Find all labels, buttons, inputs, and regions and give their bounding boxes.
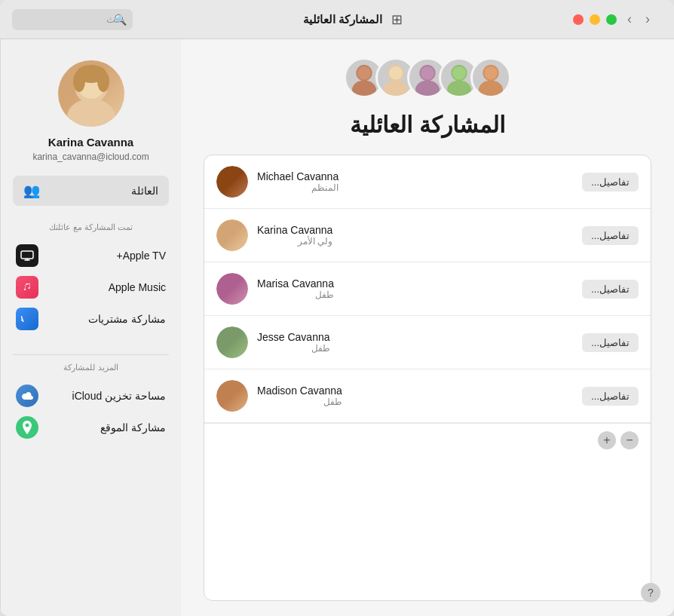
details-button-5[interactable]: تفاصيل... (582, 387, 639, 406)
member-text-2: Karina Cavanna ولي الأمر (257, 224, 332, 247)
family-avatar-group (344, 57, 511, 98)
member-role-2: ولي الأمر (257, 236, 332, 247)
svg-rect-21 (21, 251, 33, 259)
list-item: مشاركة الموقع (13, 412, 169, 443)
table-row: تفاصيل... Michael Cavanna المنظم (204, 155, 651, 209)
member-text-5: Madison Cavanna طفل (257, 385, 342, 407)
avatar-member-5 (470, 57, 511, 98)
close-button[interactable] (573, 14, 584, 25)
member-role-1: المنظم (257, 182, 339, 193)
details-button-2[interactable]: تفاصيل... (582, 226, 639, 245)
appstore-icon: A (16, 308, 38, 330)
help-button[interactable]: ? (641, 583, 660, 602)
member-text-1: Michael Cavanna المنظم (257, 170, 339, 193)
table-row: تفاصيل... Marisa Cavanna طفل (204, 262, 651, 316)
profile-name: Karina Cavanna (48, 136, 133, 149)
list-item: Apple Music (13, 271, 169, 303)
list-item: مشاركة مشتريات A (13, 303, 169, 335)
nav-forward-button[interactable]: › (641, 10, 654, 29)
member-avatar-5 (216, 380, 248, 412)
svg-text:A: A (21, 314, 24, 323)
section-divider (13, 354, 169, 355)
people-icon: 👥 (23, 182, 40, 199)
more-sharing-section: المزيد للمشاركة مساحة تخزين iCloud مشارك… (13, 363, 169, 443)
svg-point-16 (67, 99, 115, 127)
svg-point-20 (97, 71, 109, 92)
page-title: المشاركة العائلية (350, 112, 504, 138)
titlebar-center: ⊞ المشاركة العائلية (303, 11, 403, 28)
more-name-location: مشاركة الموقع (100, 421, 166, 434)
profile-avatar (58, 60, 124, 127)
more-name-icloud: مساحة تخزين iCloud (72, 390, 166, 402)
minimize-button[interactable] (590, 14, 600, 25)
grid-icon[interactable]: ⊞ (391, 11, 403, 28)
svg-point-10 (447, 81, 471, 96)
shared-section-label: تمت المشاركة مع عائلتك (13, 222, 169, 232)
svg-point-13 (479, 81, 503, 96)
member-role-3: طفل (257, 290, 334, 300)
table-row: تفاصيل... Jesse Cavanna طفل (204, 316, 651, 369)
member-role-5: طفل (257, 397, 342, 407)
titlebar-right: 🔍 (12, 9, 133, 30)
remove-member-button[interactable]: − (620, 431, 639, 449)
main-content: المشاركة العائلية تفاصيل... Michael Cava… (0, 39, 674, 616)
member-avatar-2 (216, 219, 248, 251)
right-panel: Karina Cavanna karina_cavanna@icloud.com… (0, 39, 181, 616)
member-info-5: Madison Cavanna طفل (216, 380, 342, 412)
list-controls: − + (204, 423, 651, 457)
music-icon (16, 276, 38, 299)
icloud-icon (16, 385, 38, 407)
details-button-4[interactable]: تفاصيل... (582, 333, 639, 352)
svg-point-19 (73, 71, 85, 92)
member-info-1: Michael Cavanna المنظم (216, 166, 339, 198)
member-role-4: طفل (257, 343, 330, 354)
search-wrapper: 🔍 (12, 9, 133, 30)
location-icon (16, 416, 38, 439)
member-avatar-1 (216, 166, 248, 198)
svg-point-11 (452, 66, 466, 80)
service-name-appletv: Apple TV+ (116, 250, 166, 262)
add-member-button[interactable]: + (598, 431, 616, 449)
table-row: تفاصيل... Madison Cavanna طفل (204, 369, 651, 423)
more-section-label: المزيد للمشاركة (13, 363, 169, 372)
svg-point-7 (415, 81, 440, 96)
titlebar: ‹ › ⊞ المشاركة العائلية 🔍 (0, 0, 674, 39)
details-button-1[interactable]: تفاصيل... (582, 173, 639, 192)
svg-point-14 (484, 66, 498, 80)
member-text-3: Marisa Cavanna طفل (257, 277, 334, 300)
window-title: المشاركة العائلية (303, 13, 382, 26)
list-item: مساحة تخزين iCloud (13, 380, 169, 412)
member-info-2: Karina Cavanna ولي الأمر (216, 219, 332, 251)
member-name-5: Madison Cavanna (257, 385, 342, 397)
family-button[interactable]: العائلة 👥 (13, 176, 169, 206)
service-name-appstore: مشاركة مشتريات (88, 313, 166, 325)
nav-back-button[interactable]: ‹ (623, 10, 636, 29)
svg-point-8 (421, 66, 434, 80)
member-name-4: Jesse Cavanna (257, 331, 330, 343)
search-input[interactable] (12, 9, 133, 30)
service-name-music: Apple Music (109, 281, 166, 293)
member-name-1: Michael Cavanna (257, 170, 339, 182)
svg-point-1 (352, 81, 376, 96)
maximize-button[interactable] (606, 14, 617, 25)
member-info-3: Marisa Cavanna طفل (216, 273, 334, 305)
table-row: تفاصيل... Karina Cavanna ولي الأمر (204, 209, 651, 262)
left-panel-wrapper: المشاركة العائلية تفاصيل... Michael Cava… (181, 39, 674, 616)
member-text-4: Jesse Cavanna طفل (257, 331, 330, 354)
profile-email: karina_cavanna@icloud.com (32, 152, 149, 162)
window-controls: ‹ › (573, 10, 662, 29)
appletv-icon (16, 244, 38, 267)
left-panel: المشاركة العائلية تفاصيل... Michael Cava… (181, 39, 674, 616)
members-list: تفاصيل... Michael Cavanna المنظم (204, 155, 651, 601)
shared-services-section: تمت المشاركة مع عائلتك Apple TV+ Apple M (13, 222, 169, 335)
member-info-4: Jesse Cavanna طفل (216, 326, 330, 358)
member-name-3: Marisa Cavanna (257, 277, 334, 290)
member-avatar-3 (216, 273, 248, 305)
svg-point-4 (384, 81, 408, 96)
nav-controls: ‹ › (623, 10, 654, 29)
list-item: Apple TV+ (13, 240, 169, 271)
svg-point-5 (389, 66, 403, 80)
family-btn-label: العائلة (131, 185, 158, 197)
member-avatar-4 (216, 326, 248, 358)
details-button-3[interactable]: تفاصيل... (582, 280, 639, 299)
